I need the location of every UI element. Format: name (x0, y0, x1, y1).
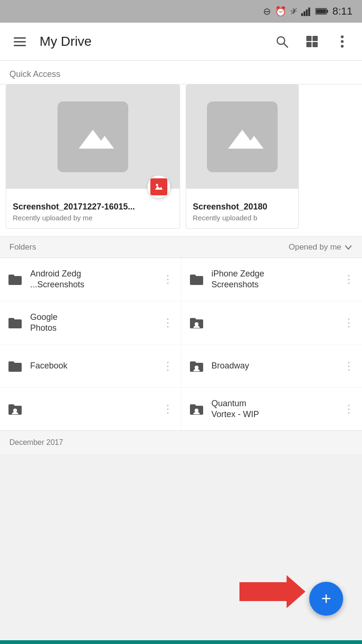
folder-item-shared-2[interactable]: ⋮ (0, 388, 181, 431)
svg-point-28 (195, 409, 198, 412)
svg-rect-6 (316, 9, 326, 14)
quick-access-card-2[interactable]: Screenshot_20180 Recently uploaded b (186, 84, 299, 229)
cards-row: Screenshot_20171227-16015... Recently up… (0, 84, 362, 229)
svg-rect-1 (304, 11, 305, 16)
folder-more-iphone-zedge[interactable]: ⋮ (343, 273, 354, 286)
shared-folder-icon-broadway (189, 359, 204, 374)
app-bar: My Drive (0, 23, 362, 60)
folders-label: Folders (9, 243, 288, 252)
folder-item-google-photos[interactable]: GooglePhotos ⋮ (0, 301, 181, 344)
folder-more-android-zedg[interactable]: ⋮ (162, 273, 173, 286)
grid-view-button[interactable] (302, 31, 322, 52)
plus-icon: + (321, 590, 331, 607)
status-icons: ⊖ ⏰ ✈̸ 8:11 (263, 5, 353, 17)
card-thumb-2 (186, 85, 298, 189)
card-info-2: Screenshot_20180 Recently uploaded b (186, 189, 298, 228)
folder-icon-iphone-zedge (189, 272, 204, 287)
folder-item-quantum-vortex[interactable]: QuantumVortex - WIP ⋮ (181, 388, 362, 431)
hamburger-icon (14, 37, 26, 46)
folder-more-shared-1[interactable]: ⋮ (343, 316, 354, 329)
svg-point-26 (195, 366, 198, 369)
card-sub-2: Recently uploaded b (193, 214, 292, 222)
folder-item-shared-1[interactable]: ⋮ (181, 301, 362, 344)
svg-rect-3 (308, 8, 310, 16)
red-arrow (239, 575, 305, 610)
folder-more-quantum-vortex[interactable]: ⋮ (343, 402, 354, 416)
folders-header: Folders Opened by me (0, 236, 362, 258)
svg-line-8 (284, 43, 288, 47)
card-sub-1: Recently uploaded by me (13, 214, 173, 222)
fab-button[interactable]: + (309, 582, 343, 616)
folder-more-shared-2[interactable]: ⋮ (162, 402, 173, 416)
battery-icon (315, 8, 329, 15)
svg-rect-10 (313, 36, 318, 41)
quick-access-card-1[interactable]: Screenshot_20171227-16015... Recently up… (6, 84, 180, 229)
card-badge-1 (148, 176, 170, 198)
svg-rect-5 (327, 10, 328, 13)
folder-item-broadway[interactable]: Broadway ⋮ (181, 345, 362, 387)
folder-name-android-zedg: Android Zedg...Screenshots (30, 268, 155, 291)
menu-button[interactable] (9, 31, 30, 52)
svg-point-21 (156, 184, 158, 186)
folder-icon-google-photos (8, 315, 23, 330)
alarm-icon: ⏰ (275, 6, 287, 17)
folder-more-facebook[interactable]: ⋮ (162, 360, 173, 373)
status-time: 8:11 (332, 5, 353, 17)
arrow-down-icon (344, 243, 353, 251)
dnd-icon: ⊖ (263, 6, 271, 17)
svg-rect-0 (301, 13, 303, 16)
card-name-1: Screenshot_20171227-16015... (13, 202, 173, 212)
grid-view-icon (305, 35, 319, 48)
folder-item-facebook[interactable]: Facebook ⋮ (0, 345, 181, 387)
svg-point-27 (13, 409, 17, 412)
folder-name-facebook: Facebook (30, 360, 155, 371)
page-title: My Drive (40, 34, 262, 49)
folder-item-iphone-zedge[interactable]: iPhone ZedgeScreenshots ⋮ (181, 258, 362, 301)
svg-rect-2 (306, 9, 308, 16)
more-vert-icon (340, 35, 344, 48)
svg-point-13 (341, 35, 344, 38)
search-button[interactable] (272, 31, 292, 52)
date-label: December 2017 (0, 430, 362, 454)
card-thumb-inner-1 (58, 101, 128, 172)
folder-name-quantum-vortex: QuantumVortex - WIP (212, 398, 336, 420)
status-bar: ⊖ ⏰ ✈̸ 8:11 (0, 0, 362, 23)
card-badge-inner-1 (150, 178, 167, 195)
folder-item-android-zedg[interactable]: Android Zedg...Screenshots ⋮ (0, 258, 181, 301)
more-options-button[interactable] (332, 31, 353, 52)
svg-rect-9 (306, 36, 312, 41)
folder-name-broadway: Broadway (212, 360, 336, 371)
svg-point-15 (341, 45, 344, 48)
sort-label: Opened by me (288, 243, 341, 252)
card-thumb-inner-2 (207, 101, 278, 172)
folder-more-broadway[interactable]: ⋮ (343, 360, 354, 373)
image-placeholder-icon-1 (69, 118, 116, 156)
folder-icon-facebook (8, 359, 23, 374)
shared-folder-icon-1 (189, 315, 204, 330)
svg-rect-11 (306, 42, 312, 47)
folder-name-iphone-zedge: iPhone ZedgeScreenshots (212, 268, 336, 291)
svg-marker-29 (239, 575, 305, 608)
svg-point-14 (341, 40, 344, 43)
bottom-bar (0, 640, 362, 644)
card-name-2: Screenshot_20180 (193, 202, 292, 212)
folder-more-google-photos[interactable]: ⋮ (162, 316, 173, 329)
folder-name-google-photos: GooglePhotos (30, 312, 155, 334)
image-placeholder-icon-2 (219, 118, 266, 156)
svg-point-25 (195, 322, 198, 326)
airplane-off-icon: ✈̸ (290, 6, 297, 17)
shared-folder-icon-quantum (189, 401, 204, 417)
svg-rect-19 (154, 182, 164, 192)
card-thumb-1 (6, 85, 180, 189)
signal-icon (301, 7, 312, 16)
search-icon (275, 35, 288, 48)
sort-button[interactable]: Opened by me (288, 243, 353, 252)
shared-folder-icon-2 (8, 401, 23, 417)
quick-access-area: Quick Access (0, 61, 362, 236)
svg-rect-12 (313, 42, 318, 47)
quick-access-label: Quick Access (0, 61, 362, 84)
folders-grid: Android Zedg...Screenshots ⋮ iPhone Zedg… (0, 258, 362, 430)
folder-icon-android-zedg (8, 272, 23, 287)
image-file-icon-1 (154, 182, 164, 192)
